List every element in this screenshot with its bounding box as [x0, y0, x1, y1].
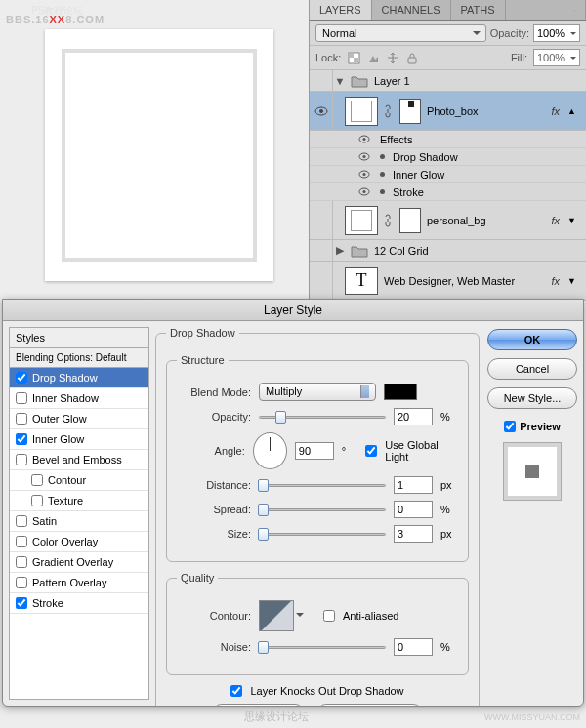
eye-icon[interactable] — [356, 134, 372, 145]
tab-paths[interactable]: PATHS — [451, 0, 506, 20]
effect-inner-glow[interactable]: Inner Glow — [310, 166, 586, 183]
reset-default-button[interactable]: Reset to Default — [316, 704, 423, 706]
fx-indicator[interactable]: fx — [552, 275, 563, 287]
fx-indicator[interactable]: fx — [552, 215, 563, 226]
chk-color-overlay[interactable] — [16, 536, 27, 547]
eye-icon[interactable] — [356, 186, 372, 198]
chk-stroke[interactable] — [16, 597, 27, 609]
blend-mode-select[interactable]: Normal — [315, 24, 486, 42]
lock-all-icon[interactable] — [405, 51, 419, 64]
contour-picker[interactable] — [259, 600, 294, 631]
cancel-button[interactable]: Cancel — [487, 358, 577, 380]
fx-toggle[interactable]: ▼ — [567, 216, 582, 225]
size-input[interactable] — [394, 525, 433, 543]
layer-grid-group[interactable]: ▶ 12 Col Grid — [310, 240, 586, 262]
opt-bevel[interactable]: Bevel and Emboss — [10, 450, 148, 470]
visibility-toggle[interactable] — [310, 70, 333, 91]
spread-slider[interactable] — [259, 508, 386, 511]
expand-arrow[interactable]: ▶ — [333, 244, 347, 257]
opt-outer-glow[interactable]: Outer Glow — [10, 409, 148, 429]
lock-transparency-icon[interactable] — [347, 51, 360, 64]
canvas-area[interactable] — [45, 29, 273, 281]
preview-toggle[interactable]: Preview — [504, 421, 561, 432]
fill-value[interactable]: 100% — [533, 49, 580, 66]
layer-group-1[interactable]: ▼ Layer 1 — [310, 70, 586, 92]
layer-name[interactable]: 12 Col Grid — [374, 245, 582, 257]
preview-check[interactable] — [504, 421, 516, 432]
fx-toggle[interactable]: ▲ — [567, 106, 582, 116]
layer-name[interactable]: Layer 1 — [374, 75, 582, 87]
noise-input[interactable] — [394, 638, 433, 656]
knockout-check[interactable] — [230, 685, 242, 697]
distance-input[interactable] — [394, 476, 433, 494]
expand-arrow[interactable]: ▼ — [333, 75, 347, 87]
chk-pattern-overlay[interactable] — [16, 577, 27, 588]
chk-bevel[interactable] — [16, 454, 27, 465]
opt-stroke[interactable]: Stroke — [10, 593, 148, 614]
blend-mode-dropdown[interactable]: Multiply — [259, 383, 376, 401]
visibility-toggle[interactable] — [310, 92, 333, 130]
noise-slider[interactable] — [259, 646, 386, 649]
opt-texture[interactable]: Texture — [10, 491, 148, 511]
angle-input[interactable] — [295, 442, 334, 460]
eye-icon[interactable] — [356, 169, 372, 181]
row-spread: Spread: % — [177, 501, 458, 518]
visibility-toggle[interactable] — [310, 240, 333, 261]
effect-drop-shadow[interactable]: Drop Shadow — [310, 148, 586, 166]
visibility-toggle[interactable] — [310, 262, 333, 300]
visibility-toggle[interactable] — [310, 201, 333, 239]
shadow-color-swatch[interactable] — [384, 384, 417, 400]
angle-dial[interactable] — [253, 432, 287, 469]
lock-image-icon[interactable] — [366, 51, 380, 64]
global-light-check[interactable] — [365, 445, 377, 457]
tab-channels[interactable]: CHANNELS — [372, 0, 451, 20]
layer-personal-bg[interactable]: personal_bg fx ▼ — [310, 201, 586, 240]
layer-text[interactable]: T Web Designer, Web Master fx ▼ — [310, 262, 586, 301]
layer-photo-box[interactable]: Photo_box fx ▲ — [310, 92, 586, 131]
layer-name[interactable]: Web Designer, Web Master — [384, 275, 546, 287]
panel-menu-icon[interactable] — [565, 0, 586, 20]
opt-drop-shadow[interactable]: Drop Shadow — [10, 368, 148, 388]
opt-inner-shadow[interactable]: Inner Shadow — [10, 388, 148, 409]
chk-texture[interactable] — [31, 495, 43, 506]
link-icon[interactable] — [384, 214, 394, 227]
chk-inner-shadow[interactable] — [16, 392, 27, 404]
new-style-button[interactable]: New Style... — [487, 387, 577, 409]
watermark-main: BBS.16XX8.COM — [6, 8, 105, 28]
mask-thumb — [399, 99, 421, 124]
lock-position-icon[interactable] — [386, 51, 399, 64]
effect-stroke[interactable]: Stroke — [310, 183, 586, 201]
distance-slider[interactable] — [259, 484, 386, 487]
opt-pattern-overlay[interactable]: Pattern Overlay — [10, 573, 148, 593]
chk-inner-glow[interactable] — [16, 433, 27, 445]
eye-icon[interactable] — [356, 151, 372, 163]
row-noise: Noise: % — [177, 638, 458, 656]
chk-satin[interactable] — [16, 515, 27, 527]
opt-contour[interactable]: Contour — [10, 470, 148, 491]
layer-name[interactable]: Photo_box — [427, 105, 546, 117]
link-icon[interactable] — [384, 104, 394, 118]
chk-contour[interactable] — [31, 474, 43, 486]
blending-options[interactable]: Blending Options: Default — [10, 348, 148, 368]
opacity-slider[interactable] — [259, 416, 386, 419]
effect-header[interactable]: Effects — [310, 131, 586, 148]
opt-inner-glow[interactable]: Inner Glow — [10, 429, 148, 450]
opacity-input[interactable] — [394, 408, 433, 425]
fx-toggle[interactable]: ▼ — [567, 276, 582, 286]
ok-button[interactable]: OK — [487, 329, 577, 350]
styles-header[interactable]: Styles — [10, 328, 148, 348]
opt-satin[interactable]: Satin — [10, 511, 148, 532]
opt-color-overlay[interactable]: Color Overlay — [10, 532, 148, 552]
opacity-value[interactable]: 100% — [533, 24, 580, 42]
fx-indicator[interactable]: fx — [552, 105, 563, 117]
chk-gradient-overlay[interactable] — [16, 556, 27, 568]
chk-outer-glow[interactable] — [16, 413, 27, 425]
size-slider[interactable] — [259, 533, 386, 536]
make-default-button[interactable]: Make Default — [212, 704, 305, 706]
chk-drop-shadow[interactable] — [16, 372, 27, 384]
layer-name[interactable]: personal_bg — [427, 215, 546, 226]
antialias-check[interactable] — [323, 610, 335, 622]
tab-layers[interactable]: LAYERS — [310, 0, 372, 20]
opt-gradient-overlay[interactable]: Gradient Overlay — [10, 552, 148, 573]
spread-input[interactable] — [394, 501, 433, 518]
